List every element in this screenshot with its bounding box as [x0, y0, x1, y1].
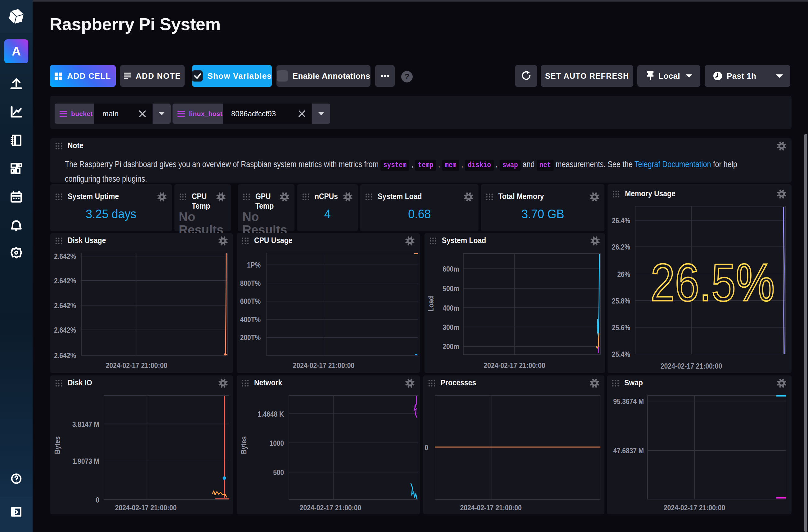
svg-text:26.5%: 26.5%: [651, 253, 775, 310]
